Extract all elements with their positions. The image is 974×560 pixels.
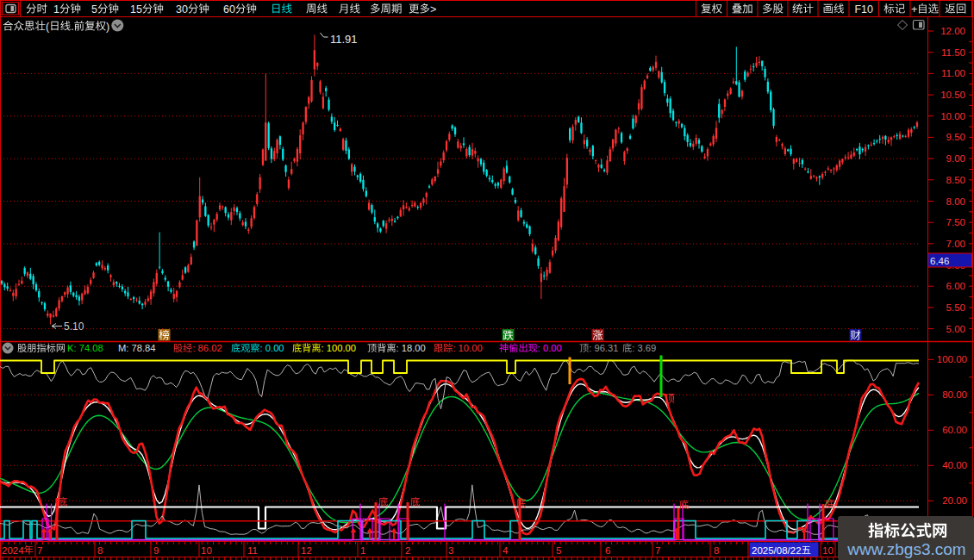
svg-text:: 18.00: : 18.00 bbox=[396, 343, 426, 353]
svg-text:8: 8 bbox=[97, 545, 103, 556]
svg-text:: 3.69: : 3.69 bbox=[632, 343, 656, 353]
svg-text:9: 9 bbox=[153, 545, 159, 556]
svg-text:60.00: 60.00 bbox=[942, 425, 967, 435]
svg-text:10.50: 10.50 bbox=[940, 90, 965, 100]
svg-text:8: 8 bbox=[714, 545, 719, 556]
svg-text:7.00: 7.00 bbox=[946, 239, 965, 249]
svg-text:M: 78.84: M: 78.84 bbox=[118, 343, 156, 353]
svg-text:80.00: 80.00 bbox=[942, 389, 967, 400]
svg-text:40.00: 40.00 bbox=[942, 460, 967, 470]
svg-text:2: 2 bbox=[405, 545, 410, 556]
svg-text:4: 4 bbox=[503, 545, 509, 556]
svg-text:: 0.00: : 0.00 bbox=[260, 343, 284, 353]
svg-text:6.00: 6.00 bbox=[946, 281, 965, 291]
svg-text:2025/08/22: 2025/08/22 bbox=[752, 545, 802, 556]
svg-text:11: 11 bbox=[247, 545, 258, 556]
svg-text:2024: 2024 bbox=[2, 545, 24, 556]
svg-text:6.46: 6.46 bbox=[930, 256, 949, 266]
svg-text:.: . bbox=[71, 21, 73, 33]
svg-text:10.00: 10.00 bbox=[940, 111, 965, 121]
svg-text:5.10: 5.10 bbox=[64, 320, 84, 333]
svg-text:www.zbgs3.com: www.zbgs3.com bbox=[846, 540, 965, 558]
svg-text:: 96.31: : 96.31 bbox=[589, 343, 618, 353]
svg-text:11.00: 11.00 bbox=[941, 68, 965, 78]
svg-text:3: 3 bbox=[448, 545, 453, 556]
svg-text:F10: F10 bbox=[854, 3, 873, 16]
svg-text:5.50: 5.50 bbox=[946, 302, 965, 313]
svg-text:1: 1 bbox=[53, 3, 59, 16]
svg-text:12.00: 12.00 bbox=[940, 26, 965, 36]
svg-text:7: 7 bbox=[37, 545, 42, 556]
svg-text:9.50: 9.50 bbox=[946, 132, 965, 142]
svg-text:7: 7 bbox=[655, 545, 660, 556]
svg-text:10: 10 bbox=[822, 545, 834, 556]
svg-text:60: 60 bbox=[223, 3, 235, 16]
svg-text:5: 5 bbox=[556, 545, 561, 556]
svg-text:12: 12 bbox=[301, 545, 312, 556]
svg-text:: 0.00: : 0.00 bbox=[538, 343, 562, 353]
svg-text:100.00: 100.00 bbox=[937, 354, 967, 364]
svg-text:8.50: 8.50 bbox=[946, 175, 965, 185]
svg-text:30: 30 bbox=[176, 3, 188, 16]
svg-text:: 10.00: : 10.00 bbox=[453, 343, 482, 353]
svg-text:: 86.02: : 86.02 bbox=[192, 343, 222, 353]
svg-text:: 100.00: : 100.00 bbox=[322, 343, 356, 353]
svg-text:6: 6 bbox=[605, 545, 610, 556]
svg-text:11.50: 11.50 bbox=[941, 47, 965, 58]
svg-text:20.00: 20.00 bbox=[942, 495, 967, 506]
svg-text:K: 74.08: K: 74.08 bbox=[67, 343, 103, 353]
svg-text:10: 10 bbox=[201, 545, 212, 556]
svg-text:1: 1 bbox=[360, 545, 365, 556]
svg-text:>: > bbox=[430, 3, 436, 16]
svg-text:+: + bbox=[911, 3, 917, 16]
svg-text:5: 5 bbox=[91, 3, 97, 16]
svg-text:9.00: 9.00 bbox=[946, 153, 965, 164]
svg-text:8.00: 8.00 bbox=[946, 196, 965, 207]
svg-text:7.50: 7.50 bbox=[946, 217, 965, 227]
svg-text:15: 15 bbox=[130, 3, 142, 16]
svg-text:5.00: 5.00 bbox=[946, 324, 965, 334]
svg-text:): ) bbox=[106, 21, 109, 33]
svg-text:11.91: 11.91 bbox=[330, 33, 358, 46]
